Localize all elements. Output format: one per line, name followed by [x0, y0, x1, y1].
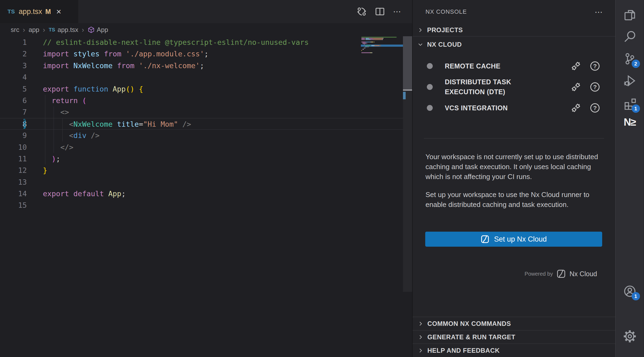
code-text: import NxWelcome from './nx-welcome';	[36, 60, 204, 71]
editor-actions: ⋯	[357, 0, 412, 23]
code-line[interactable]: 11 );	[0, 153, 403, 165]
nx-cloud-logo-icon	[557, 269, 566, 278]
chevron-right-icon	[417, 27, 424, 34]
run-debug-icon[interactable]	[623, 74, 637, 88]
panel-more-actions-icon[interactable]: ⋯	[595, 7, 604, 17]
line-number: 12	[0, 165, 36, 176]
nx-console-icon[interactable]: N≥	[623, 115, 637, 129]
extensions-icon[interactable]: 1	[623, 97, 637, 111]
chevron-right-icon	[417, 320, 424, 327]
chevron-right-icon	[417, 320, 424, 327]
breadcrumb-file[interactable]: app.tsx	[58, 26, 78, 34]
setup-button-label: Set up Nx Cloud	[494, 235, 547, 243]
code-line[interactable]: 3import NxWelcome from './nx-welcome';	[0, 60, 403, 71]
nx-cloud-logo-icon	[481, 235, 489, 243]
tab-bar: TS app.tsx M × ⋯	[0, 0, 412, 23]
close-tab-icon[interactable]: ×	[56, 7, 61, 16]
code-text	[36, 176, 43, 188]
code-text: <>	[36, 106, 69, 118]
section-label: HELP AND FEEDBACK	[427, 347, 500, 354]
code-line[interactable]: 13	[0, 176, 403, 188]
section-label: GENERATE & RUN TARGET	[427, 333, 515, 341]
open-changes-icon[interactable]	[357, 6, 367, 17]
nx-console-panel: NX CONSOLE ⋯ PROJECTS NX CLOUD REMOTE CA…	[412, 0, 615, 357]
code-line[interactable]: 6 return (	[0, 95, 403, 106]
search-icon[interactable]	[623, 30, 637, 43]
code-text	[36, 71, 43, 83]
workspace-status-text: Your workspace is not currently set up t…	[425, 152, 598, 182]
code-line[interactable]: 5export function App() {	[0, 83, 403, 95]
nx-cloud-feature-list: REMOTE CACHE ? DISTRIBUTED TASK EXECUTIO…	[413, 60, 615, 114]
nx-feature-row[interactable]: DISTRIBUTED TASK EXECUTION (DTE) ?	[413, 77, 615, 97]
panel-section-collapsed[interactable]: HELP AND FEEDBACK	[413, 344, 615, 357]
code-text: <NxWelcome title="Hi Mom" />	[36, 118, 191, 129]
line-number: 14	[0, 188, 36, 199]
more-actions-icon[interactable]: ⋯	[393, 8, 402, 16]
breadcrumb: src › app › TS app.tsx › App	[0, 23, 412, 37]
code-text: );	[36, 153, 60, 165]
code-line[interactable]: 9 <div />	[0, 130, 403, 141]
connect-plug-icon[interactable]	[570, 60, 582, 72]
code-line[interactable]: 15	[0, 199, 403, 211]
breadcrumb-separator: ›	[43, 26, 45, 34]
line-number: 8	[0, 118, 36, 129]
nx-feature-row[interactable]: REMOTE CACHE ?	[413, 60, 615, 72]
line-number: 15	[0, 199, 36, 211]
line-number: 6	[0, 95, 36, 106]
code-line[interactable]: 1// eslint-disable-next-line @typescript…	[0, 37, 403, 48]
breadcrumb-src[interactable]: src	[11, 26, 19, 34]
line-number: 10	[0, 141, 36, 153]
divider	[424, 138, 604, 139]
chevron-right-icon	[417, 347, 424, 354]
help-icon[interactable]: ?	[590, 82, 600, 92]
code-line[interactable]: 7 <>	[0, 106, 403, 118]
scrollbar-slider[interactable]	[403, 36, 412, 89]
connect-plug-icon[interactable]	[570, 102, 582, 114]
code-text	[36, 199, 43, 211]
explorer-icon[interactable]	[623, 8, 637, 22]
line-number: 3	[0, 60, 36, 71]
code-line[interactable]: 4	[0, 71, 403, 83]
code-line[interactable]: 2import styles from './app.module.css';	[0, 48, 403, 60]
nx-feature-actions: ?	[570, 81, 600, 93]
breadcrumb-symbol[interactable]: App	[97, 26, 108, 34]
nx-feature-row[interactable]: VCS INTEGRATION ?	[413, 102, 615, 114]
code-line[interactable]: 8 <NxWelcome title="Hi Mom" />	[0, 118, 403, 130]
settings-gear-icon[interactable]	[623, 329, 637, 343]
source-control-icon[interactable]: 2	[623, 52, 637, 66]
editor-scrollbar[interactable]	[403, 36, 412, 292]
line-number: 4	[0, 71, 36, 83]
status-dot-icon	[427, 84, 433, 90]
git-modified-badge: M	[45, 8, 51, 16]
accounts-icon[interactable]: 1	[623, 284, 637, 298]
section-nx-cloud[interactable]: NX CLOUD	[413, 37, 615, 52]
minimap[interactable]	[361, 37, 403, 55]
connect-plug-icon[interactable]	[570, 81, 582, 93]
nx-feature-actions: ?	[570, 102, 600, 114]
line-number: 11	[0, 153, 36, 165]
powered-by-row: Powered by Nx Cloud	[413, 269, 615, 278]
nx-feature-actions: ?	[570, 60, 600, 72]
nx-logo: N≥	[624, 116, 635, 128]
powered-brand-text: Nx Cloud	[569, 270, 597, 278]
scm-badge: 2	[632, 60, 640, 68]
code-line[interactable]: 14export default App;	[0, 188, 403, 199]
panel-section-collapsed[interactable]: GENERATE & RUN TARGET	[413, 330, 615, 344]
tab-filename: app.tsx	[19, 8, 42, 16]
help-icon[interactable]: ?	[590, 61, 600, 71]
section-label: NX CLOUD	[427, 41, 462, 48]
breadcrumb-app[interactable]: app	[29, 26, 39, 34]
code-line[interactable]: 10 </>	[0, 141, 403, 153]
split-editor-icon[interactable]	[375, 6, 385, 17]
code-line[interactable]: 12}	[0, 165, 403, 176]
overview-modified-marker	[403, 92, 406, 99]
section-projects[interactable]: PROJECTS	[413, 24, 615, 37]
code-text: import styles from './app.module.css';	[36, 48, 209, 60]
line-number: 7	[0, 106, 36, 118]
tab-app-tsx[interactable]: TS app.tsx M ×	[0, 0, 78, 23]
panel-section-collapsed[interactable]: COMMON NX COMMANDS	[413, 317, 615, 330]
breadcrumb-separator: ›	[82, 26, 84, 34]
setup-nx-cloud-button[interactable]: Set up Nx Cloud	[425, 232, 602, 247]
help-icon[interactable]: ?	[590, 103, 600, 113]
code-area[interactable]: 1// eslint-disable-next-line @typescript…	[0, 37, 403, 211]
